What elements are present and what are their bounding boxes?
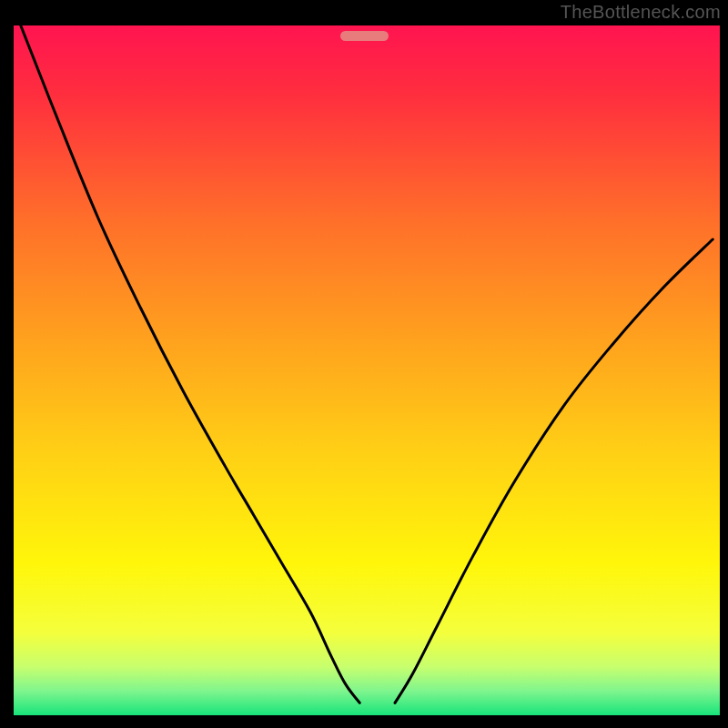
plot-area [14, 25, 720, 715]
chart-stage: TheBottleneck.com [0, 0, 728, 728]
curve-left-branch [21, 25, 359, 703]
curve-right-branch [395, 239, 713, 703]
watermark-label: TheBottleneck.com [561, 2, 721, 23]
bottleneck-curve [14, 25, 720, 715]
optimal-region-marker [340, 31, 389, 41]
